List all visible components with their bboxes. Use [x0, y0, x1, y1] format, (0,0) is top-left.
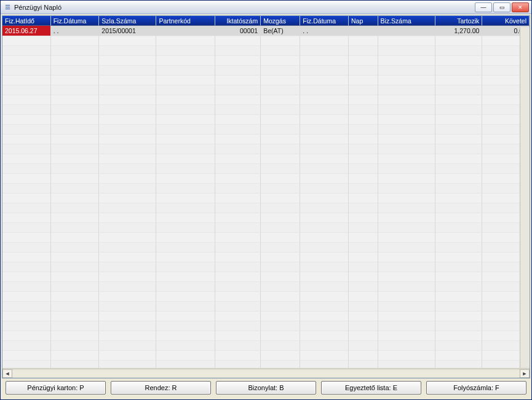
cell-empty[interactable]	[435, 135, 483, 144]
cell-empty[interactable]	[435, 85, 483, 95]
column-header-szla_szama[interactable]: Szla.Száma	[99, 16, 156, 26]
cell-empty[interactable]	[2, 184, 51, 194]
cell-empty[interactable]	[378, 331, 435, 341]
cell-empty[interactable]	[99, 341, 156, 351]
cell-empty[interactable]	[2, 174, 51, 184]
cell-empty[interactable]	[300, 184, 349, 194]
cell-empty[interactable]	[2, 341, 51, 351]
table-row[interactable]	[2, 66, 530, 76]
cell-empty[interactable]	[99, 76, 156, 85]
cell-empty[interactable]	[156, 174, 215, 184]
cell-szla_szama[interactable]: 2015/00001	[99, 26, 156, 36]
cell-empty[interactable]	[300, 56, 349, 66]
cell-empty[interactable]	[99, 272, 156, 282]
cell-empty[interactable]	[215, 46, 261, 56]
cell-empty[interactable]	[378, 85, 435, 95]
cell-empty[interactable]	[435, 36, 483, 46]
cell-empty[interactable]	[349, 194, 378, 203]
cell-empty[interactable]	[99, 174, 156, 184]
karton-button[interactable]: Pénzügyi karton: P	[6, 381, 106, 394]
cell-empty[interactable]	[261, 213, 300, 223]
cell-empty[interactable]	[215, 115, 261, 125]
cell-empty[interactable]	[51, 115, 100, 125]
cell-empty[interactable]	[378, 302, 435, 312]
cell-empty[interactable]	[261, 36, 300, 46]
cell-empty[interactable]	[99, 223, 156, 233]
cell-empty[interactable]	[378, 321, 435, 331]
cell-empty[interactable]	[215, 321, 261, 331]
cell-empty[interactable]	[261, 312, 300, 321]
table-row[interactable]	[2, 292, 530, 302]
cell-empty[interactable]	[99, 282, 156, 292]
cell-empty[interactable]	[435, 66, 483, 76]
column-header-tartozik[interactable]: Tartozik	[435, 16, 483, 26]
cell-empty[interactable]	[156, 76, 215, 85]
cell-empty[interactable]	[435, 184, 483, 194]
table-row[interactable]	[2, 341, 530, 351]
cell-empty[interactable]	[156, 203, 215, 213]
cell-empty[interactable]	[261, 194, 300, 203]
table-row[interactable]	[2, 135, 530, 144]
cell-empty[interactable]	[349, 243, 378, 253]
table-row[interactable]	[2, 164, 530, 174]
cell-empty[interactable]	[215, 253, 261, 262]
cell-empty[interactable]	[435, 95, 483, 105]
cell-empty[interactable]	[300, 154, 349, 164]
cell-empty[interactable]	[435, 253, 483, 262]
cell-mozgas[interactable]: Be(AT)	[261, 26, 300, 36]
cell-empty[interactable]	[435, 164, 483, 174]
cell-empty[interactable]	[300, 164, 349, 174]
table-row[interactable]	[2, 312, 530, 321]
cell-empty[interactable]	[2, 95, 51, 105]
cell-empty[interactable]	[156, 85, 215, 95]
column-header-fiz_hatido[interactable]: Fiz.HatIdő	[2, 16, 51, 26]
table-row[interactable]	[2, 282, 530, 292]
cell-empty[interactable]	[435, 321, 483, 331]
cell-empty[interactable]	[349, 154, 378, 164]
cell-empty[interactable]	[215, 203, 261, 213]
cell-empty[interactable]	[156, 115, 215, 125]
cell-empty[interactable]	[2, 66, 51, 76]
cell-empty[interactable]	[349, 76, 378, 85]
cell-empty[interactable]	[156, 213, 215, 223]
cell-empty[interactable]	[349, 95, 378, 105]
cell-empty[interactable]	[99, 203, 156, 213]
cell-fiz_datuma_2[interactable]: . .	[300, 26, 349, 36]
cell-empty[interactable]	[99, 331, 156, 341]
scroll-track[interactable]	[12, 369, 520, 378]
cell-empty[interactable]	[51, 361, 100, 368]
cell-empty[interactable]	[156, 154, 215, 164]
cell-empty[interactable]	[51, 194, 100, 203]
cell-empty[interactable]	[215, 331, 261, 341]
cell-empty[interactable]	[51, 341, 100, 351]
table-row[interactable]	[2, 331, 530, 341]
cell-empty[interactable]	[51, 76, 100, 85]
cell-empty[interactable]	[378, 351, 435, 361]
cell-empty[interactable]	[261, 95, 300, 105]
cell-empty[interactable]	[99, 184, 156, 194]
cell-empty[interactable]	[99, 253, 156, 262]
cell-empty[interactable]	[261, 56, 300, 66]
cell-empty[interactable]	[349, 341, 378, 351]
cell-empty[interactable]	[156, 233, 215, 243]
cell-empty[interactable]	[378, 233, 435, 243]
cell-empty[interactable]	[349, 233, 378, 243]
cell-empty[interactable]	[378, 105, 435, 115]
cell-empty[interactable]	[435, 154, 483, 164]
cell-empty[interactable]	[51, 292, 100, 302]
cell-empty[interactable]	[99, 95, 156, 105]
cell-empty[interactable]	[215, 36, 261, 46]
table-row[interactable]	[2, 302, 530, 312]
cell-empty[interactable]	[261, 351, 300, 361]
cell-empty[interactable]	[300, 76, 349, 85]
cell-empty[interactable]	[349, 66, 378, 76]
cell-empty[interactable]	[349, 223, 378, 233]
cell-empty[interactable]	[51, 282, 100, 292]
cell-empty[interactable]	[378, 272, 435, 282]
cell-empty[interactable]	[435, 351, 483, 361]
cell-empty[interactable]	[51, 154, 100, 164]
cell-empty[interactable]	[378, 154, 435, 164]
financial-journal-grid[interactable]: Fiz.HatIdőFiz.DátumaSzla.SzámaPartnerkód…	[2, 16, 530, 368]
cell-empty[interactable]	[349, 125, 378, 135]
table-row[interactable]	[2, 243, 530, 253]
